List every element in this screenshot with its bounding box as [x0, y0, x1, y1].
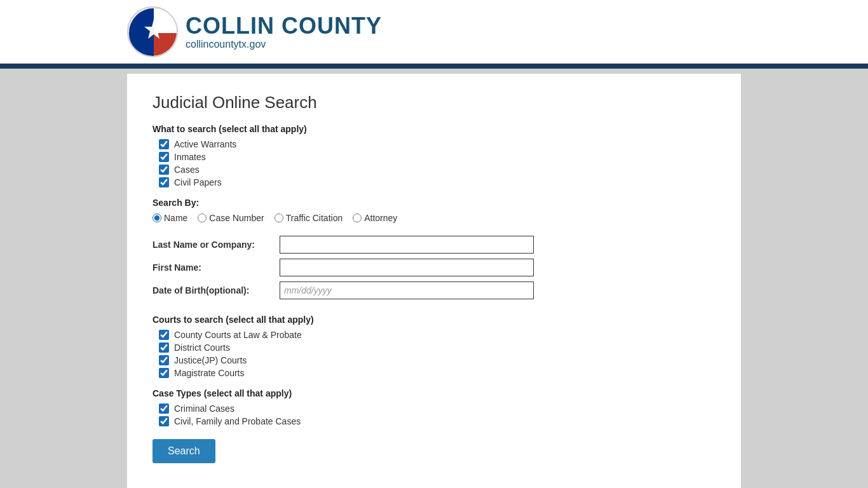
- cases-checkbox[interactable]: [159, 165, 169, 175]
- page-title: Judicial Online Search: [153, 93, 715, 112]
- civil-papers-checkbox[interactable]: [159, 177, 169, 187]
- county-courts-label: County Courts at Law & Probate: [174, 330, 302, 340]
- cases-label: Cases: [174, 165, 200, 175]
- inmates-label: Inmates: [174, 152, 206, 162]
- last-name-row: Last Name or Company:: [153, 236, 715, 254]
- site-header: COLLIN COUNTY collincountytx.gov: [0, 0, 868, 66]
- last-name-label: Last Name or Company:: [153, 240, 280, 250]
- criminal-cases-label: Criminal Cases: [174, 403, 234, 414]
- header-text-block: COLLIN COUNTY collincountytx.gov: [186, 13, 382, 50]
- name-fields: Last Name or Company: First Name: Date o…: [153, 236, 715, 299]
- list-item: County Courts at Law & Probate: [159, 330, 715, 340]
- site-url: collincountytx.gov: [186, 39, 382, 50]
- radio-case-number-item: Case Number: [198, 213, 264, 223]
- magistrate-courts-label: Magistrate Courts: [174, 368, 244, 378]
- radio-attorney-item: Attorney: [353, 213, 397, 223]
- dob-row: Date of Birth(optional):: [153, 281, 715, 299]
- search-button[interactable]: Search: [153, 439, 215, 463]
- dob-label: Date of Birth(optional):: [153, 285, 280, 295]
- search-by-label: Search By:: [153, 198, 715, 208]
- search-button-container: Search: [153, 439, 715, 463]
- main-content: Judicial Online Search What to search (s…: [127, 74, 741, 488]
- district-courts-label: District Courts: [174, 342, 230, 353]
- county-logo: [127, 6, 178, 57]
- case-number-radio-label: Case Number: [209, 213, 264, 223]
- traffic-citation-radio[interactable]: [275, 214, 283, 222]
- jp-courts-label: Justice(JP) Courts: [174, 355, 247, 365]
- what-to-search-group: Active Warrants Inmates Cases Civil Pape…: [153, 139, 715, 187]
- case-number-radio[interactable]: [198, 214, 207, 222]
- civil-family-probate-label: Civil, Family and Probate Cases: [174, 416, 301, 426]
- civil-papers-label: Civil Papers: [174, 177, 222, 187]
- site-title: COLLIN COUNTY: [186, 13, 382, 39]
- list-item: Civil, Family and Probate Cases: [159, 416, 715, 426]
- dob-input[interactable]: [280, 281, 534, 299]
- radio-traffic-citation-item: Traffic Citation: [275, 213, 342, 223]
- case-types-group: Criminal Cases Civil, Family and Probate…: [153, 403, 715, 426]
- what-to-search-label: What to search (select all that apply): [153, 124, 715, 134]
- criminal-cases-checkbox[interactable]: [159, 403, 169, 414]
- magistrate-courts-checkbox[interactable]: [159, 368, 169, 378]
- traffic-citation-radio-label: Traffic Citation: [286, 213, 342, 223]
- active-warrants-label: Active Warrants: [174, 139, 236, 149]
- county-courts-checkbox[interactable]: [159, 330, 169, 340]
- attorney-radio-label: Attorney: [364, 213, 397, 223]
- district-courts-checkbox[interactable]: [159, 342, 169, 353]
- case-types-label: Case Types (select all that apply): [153, 388, 715, 398]
- inmates-checkbox[interactable]: [159, 152, 169, 162]
- attorney-radio[interactable]: [353, 214, 362, 222]
- first-name-input[interactable]: [280, 259, 534, 276]
- courts-to-search-group: County Courts at Law & Probate District …: [153, 330, 715, 378]
- list-item: Civil Papers: [159, 177, 715, 187]
- list-item: Criminal Cases: [159, 403, 715, 414]
- first-name-label: First Name:: [153, 262, 280, 273]
- list-item: District Courts: [159, 342, 715, 353]
- last-name-input[interactable]: [280, 236, 534, 254]
- radio-name-item: Name: [153, 213, 187, 223]
- search-by-section: Search By: Name Case Number Traffic Cita…: [153, 198, 715, 223]
- first-name-row: First Name:: [153, 259, 715, 276]
- civil-family-probate-checkbox[interactable]: [159, 416, 169, 426]
- jp-courts-checkbox[interactable]: [159, 355, 169, 365]
- name-radio-label: Name: [164, 213, 187, 223]
- list-item: Magistrate Courts: [159, 368, 715, 378]
- active-warrants-checkbox[interactable]: [159, 139, 169, 149]
- list-item: Inmates: [159, 152, 715, 162]
- search-by-radio-group: Name Case Number Traffic Citation Attorn…: [153, 213, 715, 223]
- courts-to-search-label: Courts to search (select all that apply): [153, 315, 715, 325]
- list-item: Justice(JP) Courts: [159, 355, 715, 365]
- name-radio[interactable]: [153, 214, 161, 222]
- list-item: Cases: [159, 165, 715, 175]
- list-item: Active Warrants: [159, 139, 715, 149]
